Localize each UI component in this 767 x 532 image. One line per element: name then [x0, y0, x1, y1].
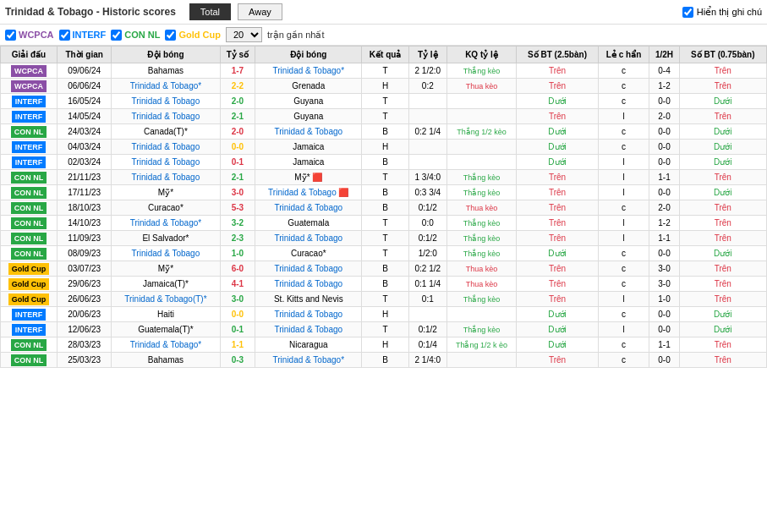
- location-cell: T: [362, 292, 409, 307]
- team2-link[interactable]: Trinidad & Tobago*: [273, 355, 345, 365]
- kq-ratio-cell: Thắng 1/2 kèo: [447, 124, 517, 140]
- count-select[interactable]: 20 10 30 50: [226, 27, 262, 42]
- team2-link[interactable]: Trinidad & Tobago: [274, 127, 342, 136]
- bt075-cell: Dưới: [679, 140, 766, 155]
- date-cell: 28/03/23: [58, 337, 112, 353]
- bt25-cell: Trên: [517, 231, 598, 246]
- col-bt25: Số BT (2.5bàn): [517, 47, 598, 63]
- lec-cell: c: [598, 337, 649, 353]
- score-cell: 0-3: [220, 353, 255, 368]
- lec-cell: c: [598, 79, 649, 94]
- date-cell: 14/05/24: [58, 109, 112, 124]
- lec-cell: c: [598, 124, 649, 140]
- location-cell: T: [362, 170, 409, 185]
- team2-link[interactable]: Trinidad & Tobago: [274, 310, 342, 319]
- team1-link[interactable]: Trinidad & Tobago: [132, 96, 200, 106]
- bt25-cell: Trên: [517, 292, 598, 307]
- h1h2-cell: 1-1: [649, 231, 679, 246]
- team1-link[interactable]: Trinidad & Tobago(T)*: [124, 294, 206, 304]
- show-note-checkbox[interactable]: [682, 7, 693, 18]
- scores-table: Giải đấu Thời gian Đội bóng Tỷ số Đội bó…: [0, 46, 767, 368]
- score-cell: 0-0: [220, 140, 255, 155]
- team1-link[interactable]: Trinidad & Tobago: [132, 157, 200, 167]
- table-row: INTERF 14/05/24 Trinidad & Tobago 2-1 Gu…: [1, 109, 767, 124]
- kq-ratio-cell: [447, 140, 517, 155]
- col-date: Thời gian: [58, 47, 112, 63]
- bt075-cell: Trên: [679, 231, 766, 246]
- filter-bar: WCPCA INTERF CON NL Gold Cup 20 10 30 50…: [0, 25, 767, 46]
- team2-cell: Trinidad & Tobago: [255, 261, 362, 277]
- team2-link[interactable]: Trinidad & Tobago*: [273, 66, 345, 75]
- bt25-cell: Trên: [517, 185, 598, 200]
- team2-name: Jamaica: [293, 157, 324, 167]
- team1-cell: Jamaica(T)*: [112, 277, 220, 292]
- date-cell: 14/10/23: [58, 216, 112, 231]
- lec-cell: c: [598, 200, 649, 216]
- date-cell: 24/03/24: [58, 124, 112, 140]
- team2-cell: Nicaragua: [255, 337, 362, 353]
- team1-name: Canada(T)*: [144, 127, 188, 136]
- table-row: Gold Cup 29/06/23 Jamaica(T)* 4-1 Trinid…: [1, 277, 767, 292]
- kq-ratio-cell: Thua kèo: [447, 261, 517, 277]
- col-ratio: Tỷ lệ: [409, 47, 447, 63]
- kq-ratio-cell: Thắng 1/2 k èo: [447, 337, 517, 353]
- table-row: CON NL 08/09/23 Trinidad & Tobago 1-0 Cu…: [1, 246, 767, 261]
- location-cell: B: [362, 277, 409, 292]
- location-cell: H: [362, 140, 409, 155]
- team2-cell: Curacao*: [255, 246, 362, 261]
- lec-cell: c: [598, 94, 649, 109]
- filter-interf: INTERF: [59, 30, 107, 41]
- location-cell: H: [362, 79, 409, 94]
- location-cell: B: [362, 124, 409, 140]
- tab-total[interactable]: Total: [189, 3, 231, 20]
- ratio-cell: 0:1/2: [409, 231, 447, 246]
- table-row: WCPCA 06/06/24 Trinidad & Tobago* 2-2 Gr…: [1, 79, 767, 94]
- team2-link[interactable]: Trinidad & Tobago 🟥: [268, 188, 348, 197]
- score-cell: 6-0: [220, 261, 255, 277]
- score-cell: 2-0: [220, 94, 255, 109]
- team2-link[interactable]: Trinidad & Tobago: [274, 264, 342, 273]
- team2-link[interactable]: Trinidad & Tobago: [274, 233, 342, 243]
- goldcup-label: Gold Cup: [178, 30, 221, 40]
- team2-cell: Trinidad & Tobago*: [255, 353, 362, 368]
- wcpca-checkbox[interactable]: [5, 30, 16, 41]
- team1-link[interactable]: Trinidad & Tobago*: [130, 340, 202, 349]
- location-cell: T: [362, 216, 409, 231]
- lec-cell: l: [598, 155, 649, 170]
- bt075-cell: Dưới: [679, 155, 766, 170]
- team2-link[interactable]: Trinidad & Tobago: [274, 325, 342, 334]
- kq-ratio-cell: Thắng kèo: [447, 231, 517, 246]
- h1h2-cell: 0-0: [649, 307, 679, 322]
- ratio-cell: 0:1/4: [409, 337, 447, 353]
- bt25-cell: Trên: [517, 353, 598, 368]
- team1-cell: Trinidad & Tobago: [112, 246, 220, 261]
- league-cell: CON NL: [1, 216, 58, 231]
- location-cell: T: [362, 231, 409, 246]
- league-cell: INTERF: [1, 322, 58, 337]
- team2-link[interactable]: Trinidad & Tobago: [274, 203, 342, 212]
- team2-cell: Guyana: [255, 109, 362, 124]
- team1-link[interactable]: Trinidad & Tobago: [132, 112, 200, 121]
- bt25-cell: Dưới: [517, 337, 598, 353]
- team2-cell: Trinidad & Tobago 🟥: [255, 185, 362, 200]
- team1-cell: Curacao*: [112, 200, 220, 216]
- tab-away[interactable]: Away: [238, 3, 282, 20]
- connl-checkbox[interactable]: [111, 30, 122, 41]
- team2-link[interactable]: Trinidad & Tobago: [274, 279, 342, 288]
- team1-link[interactable]: Trinidad & Tobago*: [130, 81, 202, 90]
- h1h2-cell: 0-0: [649, 155, 679, 170]
- team1-link[interactable]: Trinidad & Tobago: [132, 173, 200, 182]
- location-cell: B: [362, 353, 409, 368]
- location-cell: T: [362, 109, 409, 124]
- kq-ratio-cell: Thua kèo: [447, 200, 517, 216]
- team1-link[interactable]: Trinidad & Tobago*: [130, 218, 202, 228]
- interf-checkbox[interactable]: [59, 30, 70, 41]
- kq-ratio-cell: [447, 109, 517, 124]
- team1-cell: Bahamas: [112, 353, 220, 368]
- team1-link[interactable]: Trinidad & Tobago: [132, 249, 200, 258]
- kq-ratio-cell: Thua kèo: [447, 277, 517, 292]
- show-note-label: Hiển thị ghi chú: [697, 7, 762, 18]
- team1-link[interactable]: Trinidad & Tobago: [132, 142, 200, 151]
- goldcup-checkbox[interactable]: [165, 30, 176, 41]
- table-row: INTERF 04/03/24 Trinidad & Tobago 0-0 Ja…: [1, 140, 767, 155]
